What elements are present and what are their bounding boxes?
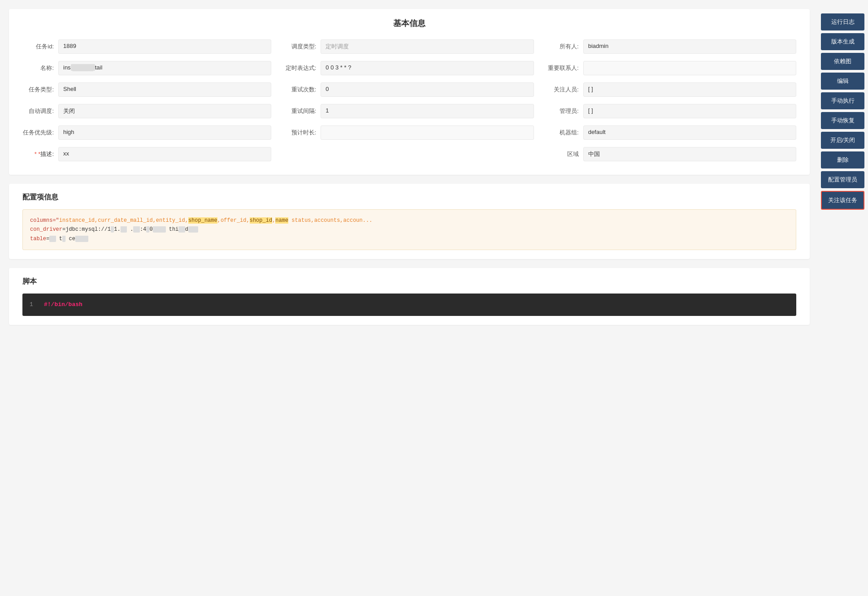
estimated-duration-label: 预计时长: (285, 125, 316, 137)
line-content-1: #!/bin/bash (44, 300, 82, 310)
admin-item: 管理员: [ ] (547, 104, 796, 118)
script-section: 脚本 1 #!/bin/bash (9, 268, 810, 325)
task-id-label: 任务id: (22, 39, 54, 51)
config-line-1: columns="instance_id,curr_date_mall_id,e… (30, 216, 789, 225)
important-contact-label: 重要联系人: (547, 61, 579, 72)
retry-count-label: 重试次数: (285, 82, 316, 94)
owner-item: 所有人: biadmin (547, 39, 796, 54)
auto-schedule-item: 自动调度: 关闭 (22, 104, 271, 118)
retry-interval-value: 1 (321, 104, 534, 118)
script-line-1: 1 #!/bin/bash (30, 300, 789, 310)
config-section: 配置项信息 columns="instance_id,curr_date_mal… (9, 184, 810, 259)
config-line-3: table=██ t█ ce████ (30, 234, 789, 243)
machine-group-label: 机器组: (547, 125, 579, 137)
retry-interval-label: 重试间隔: (285, 104, 316, 115)
toggle-button[interactable]: 开启/关闭 (821, 132, 864, 149)
script-section-title: 脚本 (22, 277, 796, 286)
region-label: 区域 (547, 147, 579, 158)
auto-schedule-label: 自动调度: (22, 104, 54, 115)
dependency-graph-button[interactable]: 依赖图 (821, 53, 864, 70)
retry-count-item: 重试次数: 0 (285, 82, 534, 97)
basic-info-title: 基本信息 (22, 18, 796, 29)
manual-recover-button[interactable]: 手动恢复 (821, 112, 864, 129)
cron-value: 0 0 3 * * ? (321, 61, 534, 75)
region-item: 区域 中国 (547, 147, 796, 161)
basic-info-card: 基本信息 任务id: 1889 调度类型: 定时调度 所有人: biadmin (9, 9, 810, 175)
edit-button[interactable]: 编辑 (821, 73, 864, 90)
version-gen-button[interactable]: 版本生成 (821, 33, 864, 50)
priority-value: high (58, 125, 271, 140)
important-contact-value (583, 61, 796, 75)
main-content: 基本信息 任务id: 1889 调度类型: 定时调度 所有人: biadmin (0, 0, 819, 596)
watchers-value: [ ] (583, 82, 796, 97)
config-code-block: columns="instance_id,curr_date_mall_id,e… (22, 209, 796, 250)
machine-group-value: default (583, 125, 796, 140)
schedule-type-label: 调度类型: (285, 39, 316, 51)
task-id-value: 1889 (58, 39, 271, 54)
delete-button[interactable]: 删除 (821, 151, 864, 168)
schedule-type-item: 调度类型: 定时调度 (285, 39, 534, 54)
description-item: *描述: xx (22, 147, 271, 161)
name-item: 名称: ins█████tail (22, 61, 271, 75)
cron-item: 定时表达式: 0 0 3 * * ? (285, 61, 534, 75)
follow-task-button[interactable]: 关注该任务 (821, 191, 864, 210)
config-line-2: con_driver=jdbc:mysql://1█1.██ .██:4█0██… (30, 225, 789, 234)
task-type-label: 任务类型: (22, 82, 54, 94)
owner-value: biadmin (583, 39, 796, 54)
auto-schedule-value: 关闭 (58, 104, 271, 118)
script-code-block: 1 #!/bin/bash (22, 294, 796, 316)
config-section-title: 配置项信息 (22, 193, 796, 202)
manual-exec-button[interactable]: 手动执行 (821, 92, 864, 109)
info-grid: 任务id: 1889 调度类型: 定时调度 所有人: biadmin 名称: i… (22, 39, 796, 161)
retry-count-value: 0 (321, 82, 534, 97)
task-type-value: Shell (58, 82, 271, 97)
admin-label: 管理员: (547, 104, 579, 115)
task-id-item: 任务id: 1889 (22, 39, 271, 54)
schedule-type-value: 定时调度 (321, 39, 534, 54)
important-contact-item: 重要联系人: (547, 61, 796, 75)
line-number-1: 1 (30, 300, 37, 310)
machine-group-item: 机器组: default (547, 125, 796, 140)
config-admin-button[interactable]: 配置管理员 (821, 171, 864, 188)
task-type-item: 任务类型: Shell (22, 82, 271, 97)
owner-label: 所有人: (547, 39, 579, 51)
watchers-item: 关注人员: [ ] (547, 82, 796, 97)
description-value: xx (58, 147, 271, 161)
retry-interval-item: 重试间隔: 1 (285, 104, 534, 118)
estimated-duration-item: 预计时长: (285, 125, 534, 140)
name-value: ins█████tail (58, 61, 271, 75)
admin-value: [ ] (583, 104, 796, 118)
page-wrapper: 基本信息 任务id: 1889 调度类型: 定时调度 所有人: biadmin (0, 0, 868, 596)
empty-middle (285, 147, 534, 161)
name-label: 名称: (22, 61, 54, 72)
priority-label: 任务优先级: (22, 125, 54, 137)
run-log-button[interactable]: 运行日志 (821, 13, 864, 30)
cron-label: 定时表达式: (285, 61, 316, 72)
sidebar-buttons: 运行日志 版本生成 依赖图 编辑 手动执行 手动恢复 开启/关闭 删除 配置管理… (817, 9, 868, 214)
region-value: 中国 (583, 147, 796, 161)
estimated-duration-value (321, 125, 534, 140)
priority-item: 任务优先级: high (22, 125, 271, 140)
watchers-label: 关注人员: (547, 82, 579, 94)
description-label: *描述: (22, 147, 54, 158)
